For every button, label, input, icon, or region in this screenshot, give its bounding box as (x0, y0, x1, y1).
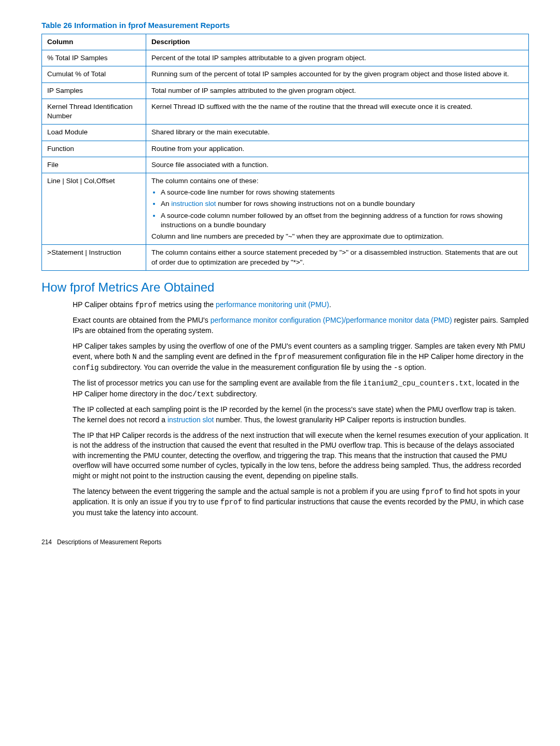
table-title: Table 26 Information in fprof Measuremen… (41, 21, 529, 30)
cell-column: Line | Slot | Col,Offset (42, 173, 146, 244)
cell-column: Function (42, 141, 146, 157)
text: An (161, 200, 171, 208)
text: number for rows showing instructions not… (216, 200, 415, 208)
cell-description: Total number of IP samples attributed to… (146, 82, 529, 99)
text: and the sampling event are defined in th… (137, 352, 274, 361)
cell-description: Running sum of the percent of total IP s… (146, 66, 529, 82)
text: number. Thus, the lowest granularity HP … (214, 416, 466, 424)
table-row: Kernel Thread Identification Number Kern… (42, 99, 529, 124)
chapter-title: Descriptions of Measurement Reports (57, 538, 161, 546)
table-row: File Source file associated with a funct… (42, 157, 529, 173)
header-description: Description (146, 34, 529, 50)
paragraph: The IP that HP Caliper records is the ad… (73, 431, 529, 481)
paragraph: The latency between the event triggering… (73, 487, 529, 518)
page-footer: 214 Descriptions of Measurement Reports (41, 538, 529, 546)
table-row: Line | Slot | Col,Offset The column cont… (42, 173, 529, 244)
info-table: Column Description % Total IP Samples Pe… (41, 34, 529, 271)
list-item: A source-code column number followed by … (161, 211, 523, 230)
body-text: HP Caliper obtains fprof metrics using t… (73, 300, 529, 518)
paragraph: Exact counts are obtained from the PMU's… (73, 315, 529, 336)
text: . (329, 300, 331, 309)
cell-column: Load Module (42, 125, 146, 141)
cell-column: % Total IP Samples (42, 50, 146, 66)
instruction-slot-link[interactable]: instruction slot (167, 416, 214, 424)
text: metrics using the (157, 300, 216, 309)
text: measurement configuration file in the HP… (296, 352, 523, 361)
cell-description: The column contains one of these: A sour… (146, 173, 529, 244)
code: N (132, 353, 136, 361)
table-row: Load Module Shared library or the main e… (42, 125, 529, 141)
code: fprof (421, 488, 443, 496)
cell-column: Kernel Thread Identification Number (42, 99, 146, 124)
paragraph: HP Caliper takes samples by using the ov… (73, 341, 529, 374)
header-column: Column (42, 34, 146, 50)
text: subdirectory. (214, 390, 257, 398)
cell-column: Cumulat % of Total (42, 66, 146, 82)
cell-column: IP Samples (42, 82, 146, 99)
pmu-link[interactable]: performance monitoring unit (PMU) (216, 300, 329, 309)
code: fprof (220, 498, 242, 506)
instruction-slot-link[interactable]: instruction slot (171, 200, 216, 208)
text: option. (402, 363, 426, 371)
cell-column: File (42, 157, 146, 173)
bullet-list: A source-code line number for rows showi… (151, 188, 523, 230)
page-number: 214 (41, 538, 52, 546)
table-row: IP Samples Total number of IP samples at… (42, 82, 529, 99)
table-row: % Total IP Samples Percent of the total … (42, 50, 529, 66)
cell-column: >Statement | Instruction (42, 245, 146, 270)
cell-description: Routine from your application. (146, 141, 529, 157)
paragraph: The list of processor metrics you can us… (73, 378, 529, 399)
text: The latency between the event triggering… (73, 487, 421, 495)
code: -s (394, 364, 402, 372)
text: HP Caliper obtains (73, 300, 135, 309)
code: doc/text (179, 390, 214, 398)
code: config (73, 364, 99, 372)
table-row: Cumulat % of Total Running sum of the pe… (42, 66, 529, 82)
list-item: An instruction slot number for rows show… (161, 199, 523, 209)
cell-description: Kernel Thread ID suffixed with the the n… (146, 99, 529, 124)
paragraph: The IP collected at each sampling point … (73, 405, 529, 425)
code: fprof (135, 301, 157, 309)
cell-description: The column contains either a source stat… (146, 245, 529, 270)
paragraph: HP Caliper obtains fprof metrics using t… (73, 300, 529, 311)
pmc-pmd-link[interactable]: performance monitor configuration (PMC)/… (211, 316, 452, 324)
cell-outro: Column and line numbers are preceded by … (151, 232, 444, 240)
section-heading: How fprof Metrics Are Obtained (41, 280, 529, 295)
text: HP Caliper takes samples by using the ov… (73, 342, 497, 350)
cell-description: Source file associated with a function. (146, 157, 529, 173)
table-row: >Statement | Instruction The column cont… (42, 245, 529, 270)
cell-intro: The column contains one of these: (151, 177, 258, 185)
cell-description: Shared library or the main executable. (146, 125, 529, 141)
list-item: A source-code line number for rows showi… (161, 188, 523, 197)
code: itanium2_cpu_counters.txt (363, 379, 472, 388)
table-header-row: Column Description (42, 34, 529, 50)
text: subdirectory. You can override the value… (99, 363, 394, 371)
text: The list of processor metrics you can us… (73, 379, 363, 387)
cell-description: Percent of the total IP samples attribut… (146, 50, 529, 66)
table-row: Function Routine from your application. (42, 141, 529, 157)
code: fprof (274, 353, 296, 361)
text: Exact counts are obtained from the PMU's (73, 316, 211, 324)
